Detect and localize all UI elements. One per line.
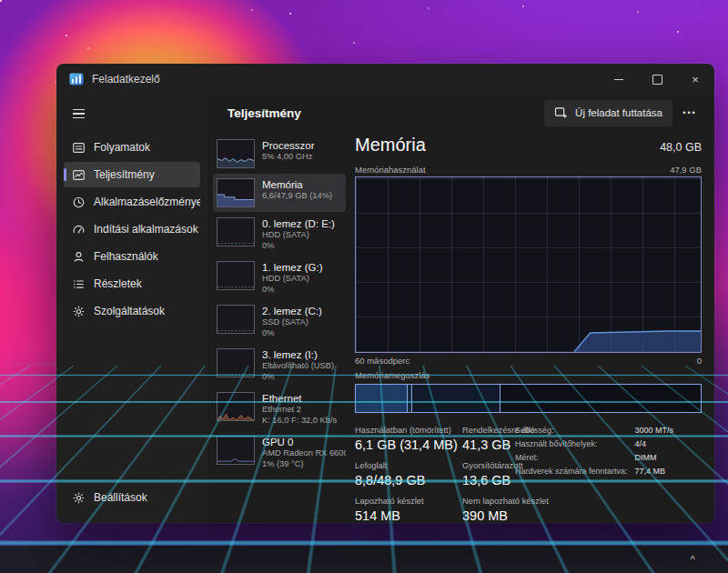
disk0-mini-graph — [217, 217, 255, 246]
composition-segment-standby — [412, 385, 500, 412]
task-manager-window: Feladatkezelő × Folyamatok — [56, 64, 714, 523]
close-icon: × — [692, 74, 699, 85]
disk1-mini-graph — [217, 261, 255, 290]
memory-title: Memória — [355, 135, 426, 156]
perf-item-gpu[interactable]: GPU 0 AMD Radeon RX 6600 1% (39 °C) — [213, 431, 346, 474]
task-manager-app-icon — [69, 72, 84, 86]
memory-composition-label: Memóriamegoszlás — [355, 370, 702, 380]
composition-segment-in-use — [356, 385, 408, 412]
sidebar-item-label: Teljesítmény — [94, 168, 155, 181]
stat-in-use: Használatban (tömörített) 6,1 GB (31,4 M… — [355, 425, 457, 452]
new-task-icon — [554, 106, 568, 121]
sidebar-item-label: Alkalmazáselőzmények — [94, 196, 200, 208]
app-history-icon — [71, 195, 86, 209]
sidebar-item-label: Folyamatok — [94, 141, 150, 154]
perf-item-disk-0[interactable]: 0. lemez (D: E:) HDD (SATA) 0% — [213, 213, 346, 256]
perf-item-disk-1[interactable]: 1. lemez (G:) HDD (SATA) 0% — [213, 256, 346, 299]
details-icon — [71, 276, 86, 291]
hamburger-icon — [73, 109, 85, 110]
sidebar-item-settings[interactable]: Beállítások — [64, 485, 200, 510]
maximize-button[interactable] — [638, 64, 676, 95]
memory-composition-bar — [355, 384, 702, 413]
startup-apps-icon — [71, 222, 86, 236]
gpu-mini-graph — [217, 436, 255, 465]
sidebar-item-label: Felhasználók — [94, 250, 158, 263]
content-header: Teljesítmény Új feladat futtatása ••• — [207, 95, 714, 131]
sidebar-item-users[interactable]: Felhasználók — [64, 244, 200, 269]
maximize-icon — [652, 75, 662, 85]
window-title: Feladatkezelő — [92, 73, 160, 85]
memory-panel: Memória 48,0 GB Memóriahasználat 47,9 GB — [346, 131, 714, 523]
minimize-icon — [614, 79, 623, 80]
wallpaper-stars — [0, 0, 2, 2]
sidebar-item-label: Beállítások — [94, 491, 147, 504]
memory-stats: Használatban (tömörített) 6,1 GB (31,4 M… — [355, 425, 702, 523]
memory-hardware-details: Sebesség: 3000 MT/s Használt bővítőhelye… — [515, 426, 673, 476]
users-icon — [71, 249, 86, 264]
taskbar[interactable]: ^ — [0, 546, 728, 573]
minimize-button[interactable] — [600, 64, 638, 95]
titlebar[interactable]: Feladatkezelő × — [56, 64, 714, 95]
sidebar-item-app-history[interactable]: Alkalmazáselőzmények — [64, 189, 200, 215]
disk2-mini-graph — [217, 305, 255, 334]
services-icon — [71, 304, 86, 318]
memory-mini-graph — [217, 178, 255, 207]
performance-icon — [71, 167, 86, 182]
graph-time-axis-right: 0 — [697, 356, 702, 366]
sidebar-item-startup-apps[interactable]: Indítási alkalmazások — [64, 216, 200, 242]
close-button[interactable]: × — [676, 64, 714, 95]
graph-time-axis-left: 60 másodperc — [355, 356, 410, 366]
memory-usage-graph — [355, 176, 702, 353]
memory-usage-label: Memóriahasználat — [355, 165, 426, 175]
memory-scale-max: 47,9 GB — [670, 165, 702, 175]
sidebar-item-details[interactable]: Részletek — [64, 271, 200, 297]
processes-icon — [71, 140, 86, 155]
sidebar-item-performance[interactable]: Teljesítmény — [64, 162, 200, 187]
gear-icon — [71, 490, 86, 505]
sidebar-item-label: Indítási alkalmazások — [94, 223, 198, 236]
memory-total-capacity: 48,0 GB — [660, 141, 702, 154]
content-area: Teljesítmény Új feladat futtatása ••• — [207, 95, 714, 523]
sidebar: Folyamatok Teljesítmény Alkalmazáselőzmé… — [56, 95, 207, 523]
perf-item-ethernet[interactable]: Ethernet Ethernet 2 K: 16,0 F: 32,0 Kb/s — [213, 387, 346, 430]
more-options-button[interactable]: ••• — [676, 108, 703, 117]
disk3-mini-graph — [217, 348, 255, 377]
composition-segment-free — [500, 385, 701, 412]
page-title: Teljesítmény — [228, 106, 301, 120]
perf-item-memory[interactable]: Memória 6,6/47,9 GB (14%) — [213, 174, 346, 212]
taskbar-show-hidden-icons-chevron[interactable]: ^ — [682, 549, 703, 569]
nav-menu-button[interactable] — [64, 100, 96, 127]
stat-paged-pool: Lapozható készlet 514 MB — [355, 496, 457, 523]
sidebar-item-processes[interactable]: Folyamatok — [64, 135, 200, 160]
perf-item-cpu[interactable]: Processzor 5% 4,00 GHz — [213, 135, 346, 173]
performance-device-list: Processzor 5% 4,00 GHz Memória — [207, 131, 346, 523]
perf-item-disk-2[interactable]: 2. lemez (C:) SSD (SATA) 0% — [213, 300, 346, 343]
stat-committed: Lefoglalt 8,8/48,9 GB — [355, 460, 457, 488]
perf-item-disk-3[interactable]: 3. lemez (I:) Eltávolítható (USB) 0% — [213, 344, 346, 387]
cpu-mini-graph — [217, 139, 255, 168]
sidebar-item-label: Részletek — [94, 277, 142, 290]
run-new-task-label: Új feladat futtatása — [575, 107, 662, 118]
run-new-task-button[interactable]: Új feladat futtatása — [544, 100, 672, 126]
sidebar-item-label: Szolgáltatások — [94, 305, 165, 317]
sidebar-item-services[interactable]: Szolgáltatások — [64, 298, 200, 324]
ethernet-mini-graph — [217, 392, 255, 421]
stat-non-paged-pool: Nem lapozható készlet 390 MB — [462, 496, 562, 523]
